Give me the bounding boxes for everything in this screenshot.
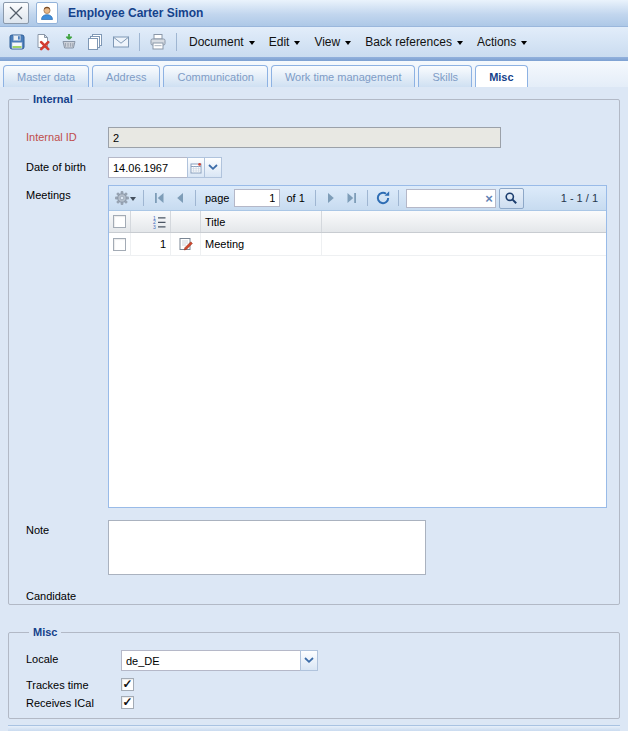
meetings-label: Meetings xyxy=(26,185,108,201)
title-column-header[interactable]: Title xyxy=(201,211,322,232)
delete-icon xyxy=(34,33,52,51)
import-button[interactable] xyxy=(56,29,82,55)
employee-edit-window: Employee Carter Simon xyxy=(0,0,628,731)
gear-icon xyxy=(114,190,130,206)
menu-document-label: Document xyxy=(189,35,244,49)
window-bottom-edge xyxy=(8,725,620,731)
tab-misc[interactable]: Misc xyxy=(475,65,527,87)
grid-toolbar-separator xyxy=(367,190,368,206)
window-title: Employee Carter Simon xyxy=(68,6,203,20)
menu-actions[interactable]: Actions xyxy=(470,31,534,53)
prev-page-icon xyxy=(174,192,186,204)
next-page-button[interactable] xyxy=(321,188,341,208)
quick-search: × xyxy=(406,189,496,208)
note-textarea[interactable] xyxy=(108,520,426,575)
prev-page-button[interactable] xyxy=(170,188,190,208)
chevron-down-icon xyxy=(521,41,527,45)
person-icon xyxy=(39,5,55,21)
row-edit-cell[interactable] xyxy=(171,233,201,255)
employee-avatar xyxy=(36,2,58,24)
last-page-button[interactable] xyxy=(342,188,362,208)
internal-legend: Internal xyxy=(29,93,77,105)
tab-work-time-management[interactable]: Work time management xyxy=(271,65,416,87)
row-number-cell: 1 xyxy=(131,233,171,255)
page-label: page xyxy=(201,192,233,204)
row-checkbox[interactable] xyxy=(113,238,126,251)
internal-fieldset: Internal Internal ID Date of birth xyxy=(8,93,620,605)
menu-back-references[interactable]: Back references xyxy=(358,31,470,53)
search-button[interactable] xyxy=(499,188,524,209)
menu-actions-label: Actions xyxy=(477,35,516,49)
page-number-input[interactable] xyxy=(234,189,280,207)
receives-ical-row: Receives ICal xyxy=(26,696,611,709)
internal-id-label: Internal ID xyxy=(26,127,108,143)
copy-button[interactable] xyxy=(82,29,108,55)
tracks-time-row: Trackes time xyxy=(26,678,611,691)
meetings-grid: page of 1 xyxy=(108,185,607,508)
tab-label: Communication xyxy=(177,71,253,83)
clear-search-icon[interactable]: × xyxy=(485,190,493,207)
close-icon xyxy=(8,5,24,21)
date-of-birth-field[interactable] xyxy=(108,157,188,178)
menu-document[interactable]: Document xyxy=(182,31,262,53)
quick-search-input[interactable] xyxy=(406,189,496,208)
tab-master-data[interactable]: Master data xyxy=(3,65,89,87)
candidate-label: Candidate xyxy=(26,586,108,602)
refresh-button[interactable] xyxy=(373,188,393,208)
tracks-time-checkbox[interactable] xyxy=(121,678,134,691)
next-page-icon xyxy=(325,192,337,204)
refresh-icon xyxy=(375,190,391,206)
first-page-button[interactable] xyxy=(149,188,169,208)
row-filler-cell xyxy=(322,233,606,255)
save-icon xyxy=(8,33,26,51)
toolbar: Document Edit View Back references Actio… xyxy=(0,27,628,57)
tab-label: Master data xyxy=(17,71,75,83)
tab-communication[interactable]: Communication xyxy=(163,65,267,87)
copy-icon xyxy=(86,33,104,51)
grid-empty-area xyxy=(109,256,606,507)
chevron-down-icon xyxy=(457,41,463,45)
locale-dropdown-trigger[interactable] xyxy=(300,650,318,671)
email-button[interactable] xyxy=(108,29,134,55)
locale-combo-input[interactable] xyxy=(121,650,301,671)
misc-legend: Misc xyxy=(29,626,61,638)
grid-toolbar-separator xyxy=(195,190,196,206)
calendar-icon xyxy=(190,162,202,174)
record-count: 1 - 1 / 1 xyxy=(561,192,603,204)
menu-edit[interactable]: Edit xyxy=(262,31,308,53)
row-number-header-cell[interactable]: 123 xyxy=(131,211,171,232)
date-dropdown-trigger[interactable] xyxy=(204,157,222,178)
tracks-time-label: Trackes time xyxy=(26,679,121,691)
edit-column-header-cell[interactable] xyxy=(171,211,201,232)
grid-toolbar-separator xyxy=(315,190,316,206)
locale-label: Locale xyxy=(26,650,121,665)
date-picker-trigger[interactable] xyxy=(187,157,205,178)
select-all-header-cell[interactable] xyxy=(109,211,131,232)
chevron-down-icon xyxy=(294,41,300,45)
first-page-icon xyxy=(152,192,166,204)
select-all-checkbox[interactable] xyxy=(113,215,126,228)
chevron-down-icon xyxy=(304,657,314,664)
delete-button[interactable] xyxy=(30,29,56,55)
tab-label: Address xyxy=(106,71,146,83)
print-button[interactable] xyxy=(145,29,171,55)
menu-edit-label: Edit xyxy=(269,35,290,49)
meeting-row[interactable]: 1 Meeting xyxy=(109,233,606,256)
menu-view[interactable]: View xyxy=(307,31,358,53)
toolbar-separator xyxy=(139,33,140,51)
tab-skills[interactable]: Skills xyxy=(418,65,472,87)
row-select-cell[interactable] xyxy=(109,233,131,255)
filler-column-header xyxy=(322,211,606,232)
receives-ical-checkbox[interactable] xyxy=(121,696,134,709)
tabstrip: Master data Address Communication Work t… xyxy=(0,61,628,87)
page-of-label: of 1 xyxy=(281,192,309,204)
edit-record-icon xyxy=(179,237,193,251)
save-button[interactable] xyxy=(4,29,30,55)
internal-id-field xyxy=(108,127,501,148)
tab-address[interactable]: Address xyxy=(92,65,160,87)
close-button[interactable] xyxy=(3,2,29,24)
grid-settings-button[interactable] xyxy=(112,188,138,208)
date-of-birth-label: Date of birth xyxy=(26,157,108,173)
grid-toolbar-separator xyxy=(143,190,144,206)
email-icon xyxy=(112,33,130,51)
